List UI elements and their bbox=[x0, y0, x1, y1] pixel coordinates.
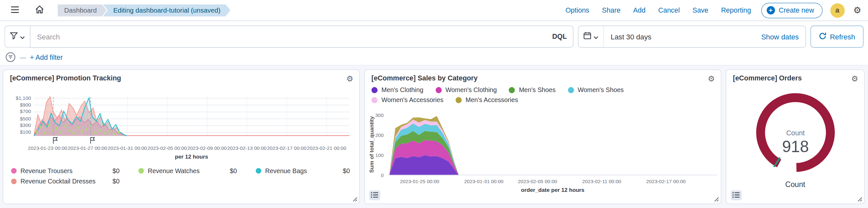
x-axis-title: order_date per 12 hours bbox=[388, 187, 717, 193]
panel-title: [eCommerce] Orders bbox=[733, 74, 802, 82]
list-icon bbox=[371, 191, 379, 200]
legend-item[interactable]: Men's Shoes bbox=[509, 86, 555, 93]
legend-item[interactable]: Men's Clothing bbox=[372, 86, 424, 93]
x-axis-tick: 2023-02-11 00:00 bbox=[582, 179, 621, 184]
add-link[interactable]: Add bbox=[633, 6, 645, 14]
legend-label: Revenue Cocktail Dresses bbox=[20, 178, 95, 185]
legend-label: Revenue Watches bbox=[148, 167, 200, 175]
home-button[interactable] bbox=[31, 2, 48, 19]
x-axis-tick: 2023-02-05 00:00 bbox=[518, 179, 557, 184]
x-axis-tick: 2023-01-27 00:00 bbox=[68, 145, 107, 151]
hamburger-icon bbox=[11, 6, 19, 15]
x-axis-tick: 2023-02-05 00:00 bbox=[147, 145, 187, 151]
cancel-link[interactable]: Cancel bbox=[658, 6, 680, 14]
panel-gear-icon[interactable]: ⚙ bbox=[848, 72, 861, 85]
legend-item[interactable]: Men's Accessories bbox=[456, 97, 518, 103]
panel-promotion-tracking: [eCommerce] Promotion Tracking ⚙ $1,100 … bbox=[3, 70, 360, 204]
date-range-label[interactable]: Last 30 days bbox=[611, 32, 652, 41]
query-filter-chrome: DQL Last 30 days Show dates bbox=[0, 21, 868, 65]
x-axis-tick: 2023-01-31 00:00 bbox=[464, 179, 503, 184]
options-link[interactable]: Options bbox=[565, 6, 589, 14]
legend-item[interactable]: Revenue Cocktail Dresses $0 bbox=[11, 178, 119, 185]
y-axis-tick: $900 bbox=[3, 102, 31, 108]
x-axis-tick: 2023-01-25 00:00 bbox=[400, 179, 439, 184]
legend-value: $0 bbox=[230, 167, 237, 175]
y-axis-tick: 300 bbox=[365, 113, 383, 118]
legend-label: Women's Clothing bbox=[445, 86, 497, 93]
panel-title: [eCommerce] Sales by Category bbox=[372, 74, 478, 82]
home-icon bbox=[34, 5, 44, 16]
x-axis-title: per 12 hours bbox=[34, 154, 349, 160]
legend-value: $0 bbox=[113, 178, 120, 185]
breadcrumb-dashboard[interactable]: Dashboard bbox=[57, 4, 106, 17]
panel-title: [eCommerce] Promotion Tracking bbox=[10, 74, 121, 82]
chart-legend: Revenue Trousers $0 Revenue Watches $0 R… bbox=[11, 167, 350, 185]
saved-query-menu-button[interactable] bbox=[4, 26, 30, 48]
legend-item[interactable]: Women's Clothing bbox=[435, 86, 497, 93]
panel-resize-handle[interactable] bbox=[352, 197, 358, 202]
legend-value: $0 bbox=[343, 167, 350, 175]
chart-legend: Men's Clothing Women's Clothing Men's Sh… bbox=[372, 86, 704, 103]
filter-options-button[interactable] bbox=[4, 52, 17, 64]
legend-item[interactable]: Revenue Watches $0 bbox=[138, 167, 237, 175]
search-field-wrap: DQL bbox=[30, 26, 574, 48]
y-axis-tick: $700 bbox=[3, 109, 31, 115]
legend-toggle-button[interactable] bbox=[369, 190, 380, 200]
show-dates-link[interactable]: Show dates bbox=[761, 32, 799, 41]
legend-item[interactable]: Women's Accessories bbox=[372, 97, 443, 103]
breadcrumb: Dashboard Editing dashboard-tutorial (un… bbox=[57, 4, 230, 17]
calendar-icon bbox=[584, 32, 591, 42]
date-quick-select-button[interactable] bbox=[578, 26, 604, 47]
plus-circle-icon: + bbox=[766, 6, 775, 15]
reporting-link[interactable]: Reporting bbox=[721, 6, 751, 14]
search-input[interactable] bbox=[30, 26, 574, 48]
legend-dot bbox=[509, 87, 515, 93]
y-axis-tick: $500 bbox=[3, 116, 31, 122]
x-axis-tick: 2023-01-31 00:00 bbox=[108, 145, 147, 151]
legend-label: Men's Clothing bbox=[381, 86, 423, 93]
legend-item[interactable]: Women's Shoes bbox=[568, 86, 624, 93]
query-language-button[interactable]: DQL bbox=[552, 33, 567, 41]
add-filter-link[interactable]: + Add filter bbox=[30, 54, 63, 62]
legend-label: Revenue Trousers bbox=[20, 167, 72, 175]
legend-dot bbox=[435, 87, 441, 93]
create-new-label: Create new bbox=[779, 6, 814, 14]
y-axis-tick: $100 bbox=[3, 129, 31, 135]
legend-value: $0 bbox=[113, 167, 120, 175]
sales-chart-svg bbox=[388, 115, 717, 175]
save-link[interactable]: Save bbox=[692, 6, 708, 14]
kibana-app: Dashboard Editing dashboard-tutorial (un… bbox=[0, 0, 868, 208]
legend-item[interactable]: Revenue Bags $0 bbox=[256, 167, 350, 175]
refresh-icon bbox=[819, 32, 827, 41]
legend-dot bbox=[456, 97, 462, 103]
y-axis-tick: 0 bbox=[365, 173, 383, 178]
header-actions: Options Share Add Cancel Save Reporting bbox=[565, 6, 751, 14]
menu-button[interactable] bbox=[7, 2, 23, 19]
legend-label: Women's Accessories bbox=[381, 97, 443, 103]
panel-gear-icon[interactable]: ⚙ bbox=[343, 72, 356, 85]
legend-item[interactable]: Revenue Trousers $0 bbox=[11, 167, 119, 175]
legend-label: Revenue Bags bbox=[265, 167, 307, 175]
chevron-down-icon bbox=[20, 32, 25, 41]
avatar[interactable]: a bbox=[830, 3, 845, 18]
share-link[interactable]: Share bbox=[602, 6, 620, 14]
refresh-button[interactable]: Refresh bbox=[811, 26, 864, 48]
legend-toggle-button[interactable] bbox=[731, 190, 742, 200]
panel-sales-by-category: [eCommerce] Sales by Category ⚙ Men's Cl… bbox=[364, 70, 721, 204]
create-new-button[interactable]: + Create new bbox=[761, 3, 822, 18]
x-axis-tick: 2023-02-17 00:00 bbox=[646, 179, 686, 184]
legend-dot bbox=[138, 168, 144, 174]
filter-bar-divider bbox=[20, 57, 26, 58]
orders-gauge-svg bbox=[754, 91, 837, 175]
settings-icon[interactable]: ⚙ bbox=[854, 6, 862, 15]
refresh-label: Refresh bbox=[830, 32, 855, 41]
panel-resize-handle[interactable] bbox=[857, 197, 862, 202]
panel-gear-icon[interactable]: ⚙ bbox=[705, 72, 718, 85]
panel-resize-handle[interactable] bbox=[714, 197, 719, 202]
legend-dot bbox=[568, 87, 574, 93]
promotion-chart-svg bbox=[34, 95, 349, 145]
legend-label: Men's Shoes bbox=[519, 86, 555, 93]
breadcrumb-current-dashboard[interactable]: Editing dashboard-tutorial (unsaved) bbox=[103, 4, 230, 17]
date-picker-group: Last 30 days Show dates bbox=[578, 26, 806, 48]
legend-label: Women's Shoes bbox=[578, 86, 624, 93]
